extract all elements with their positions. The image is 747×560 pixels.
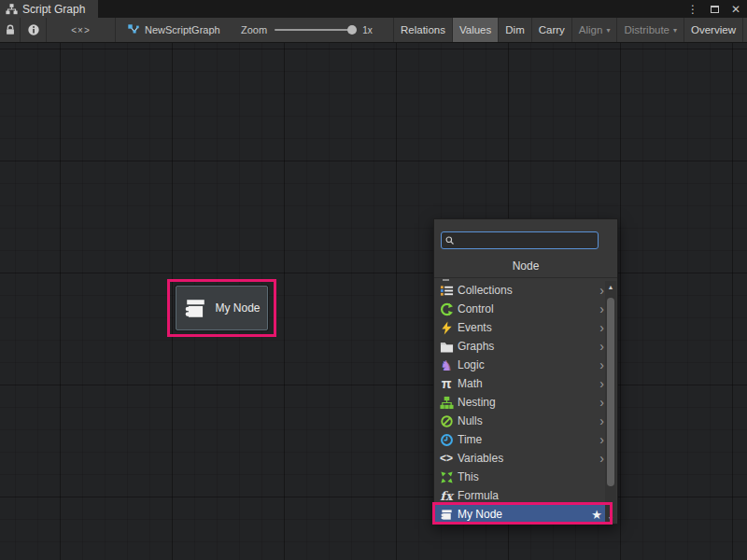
window-controls: ⋮ ✕ bbox=[685, 0, 743, 18]
lock-button[interactable] bbox=[0, 18, 21, 42]
zoom-label: Zoom bbox=[241, 24, 267, 35]
chevron-right-icon: › bbox=[599, 414, 604, 427]
caret-down-icon: ▾ bbox=[606, 26, 610, 35]
chevron-right-icon: › bbox=[599, 396, 604, 409]
lock-icon bbox=[4, 23, 17, 36]
graph-toolbar: <×> NewScriptGraph Zoom 1x Relations Val… bbox=[0, 18, 747, 43]
graph-canvas[interactable] bbox=[0, 43, 747, 560]
finder-item-math[interactable]: π Math › bbox=[434, 374, 611, 393]
finder-item-nesting[interactable]: Nesting › bbox=[434, 393, 611, 412]
tab-script-graph[interactable]: Script Graph bbox=[0, 0, 98, 18]
chevron-right-icon: › bbox=[599, 452, 604, 465]
zoom-slider-knob[interactable] bbox=[347, 25, 357, 35]
values-button[interactable]: Values bbox=[453, 18, 499, 42]
finder-item-time[interactable]: Time › bbox=[434, 430, 611, 449]
script-graph-asset-icon bbox=[127, 23, 140, 36]
chevron-right-icon: › bbox=[599, 302, 604, 315]
control-icon bbox=[439, 301, 454, 316]
full-screen-button[interactable]: Full S bbox=[743, 18, 747, 42]
carry-button[interactable]: Carry bbox=[532, 18, 572, 42]
chevron-right-icon: › bbox=[599, 377, 604, 390]
graphs-icon bbox=[439, 339, 454, 354]
zoom-value: 1x bbox=[362, 25, 373, 35]
hierarchy-graph-icon bbox=[6, 3, 18, 15]
math-icon: π bbox=[439, 376, 454, 391]
close-icon[interactable]: ✕ bbox=[728, 2, 743, 17]
graph-reference[interactable]: NewScriptGraph bbox=[127, 18, 220, 42]
finder-item-formula[interactable]: fx Formula bbox=[434, 486, 611, 505]
unit-icon bbox=[183, 296, 208, 321]
time-icon bbox=[439, 432, 454, 447]
dim-button[interactable]: Dim bbox=[499, 18, 531, 42]
logic-icon: ♞ bbox=[439, 357, 454, 372]
finder-item-logic[interactable]: ♞ Logic › bbox=[434, 356, 611, 374]
chevron-right-icon: › bbox=[599, 358, 604, 371]
zoom-control: Zoom 1x bbox=[241, 18, 373, 42]
info-icon bbox=[27, 23, 40, 36]
chevron-right-icon: › bbox=[599, 321, 604, 334]
node-title: My Node bbox=[215, 301, 260, 315]
graph-node-my-node[interactable]: My Node bbox=[176, 286, 268, 330]
finder-scrollbar[interactable]: ▲ ▼ bbox=[605, 281, 616, 524]
overview-button[interactable]: Overview bbox=[684, 18, 743, 42]
divider bbox=[434, 277, 617, 278]
script-graph-window: Script Graph ⋮ ✕ <×> bbox=[0, 0, 747, 560]
toolbar-buttons: Relations Values Dim Carry Align ▾ Distr… bbox=[393, 18, 747, 42]
scrollbar-thumb[interactable] bbox=[607, 298, 614, 486]
search-icon bbox=[444, 235, 455, 245]
code-preview-button[interactable]: <×> bbox=[47, 18, 116, 42]
finder-item-collections[interactable]: Collections › bbox=[434, 281, 611, 300]
relations-button[interactable]: Relations bbox=[394, 18, 453, 42]
variables-icon: <> bbox=[439, 451, 454, 466]
tab-label: Script Graph bbox=[22, 3, 85, 16]
chevron-right-icon: › bbox=[599, 284, 604, 297]
scroll-up-icon[interactable]: ▲ bbox=[605, 281, 616, 292]
fuzzy-finder-popup: Node Collections › bbox=[433, 218, 618, 525]
scroll-down-icon[interactable]: ▼ bbox=[605, 512, 616, 524]
zoom-slider[interactable] bbox=[275, 29, 355, 31]
formula-icon: fx bbox=[439, 488, 454, 503]
finder-item-variables[interactable]: <> Variables › bbox=[434, 449, 611, 468]
annotation-box-node: My Node bbox=[167, 279, 276, 337]
tab-bar: Script Graph ⋮ ✕ bbox=[0, 0, 747, 18]
finder-item-this[interactable]: This bbox=[434, 468, 611, 486]
chevron-right-icon: › bbox=[599, 340, 604, 353]
events-icon bbox=[439, 320, 454, 335]
kebab-menu-icon[interactable]: ⋮ bbox=[685, 2, 700, 17]
info-button[interactable] bbox=[21, 18, 47, 42]
distribute-dropdown-button[interactable]: Distribute ▾ bbox=[617, 18, 684, 42]
finder-item-my-node[interactable]: My Node ★ bbox=[434, 505, 611, 524]
favorite-star-icon[interactable]: ★ bbox=[591, 508, 602, 522]
search-input[interactable] bbox=[455, 233, 595, 247]
finder-header: Node bbox=[434, 259, 617, 273]
this-icon bbox=[439, 469, 454, 484]
caret-down-icon: ▾ bbox=[673, 26, 677, 35]
graph-name-label: NewScriptGraph bbox=[145, 24, 220, 35]
finder-item-events[interactable]: Events › bbox=[434, 318, 611, 337]
chevron-right-icon: › bbox=[599, 433, 604, 446]
unit-icon bbox=[439, 507, 454, 522]
collections-icon bbox=[439, 283, 454, 298]
code-toggle-icon: <×> bbox=[71, 25, 91, 35]
finder-item-nulls[interactable]: Nulls › bbox=[434, 412, 611, 430]
finder-item-graphs[interactable]: Graphs › bbox=[434, 337, 611, 356]
nesting-icon bbox=[439, 395, 454, 410]
nulls-icon bbox=[439, 413, 454, 428]
finder-list: Collections › Control › Events › bbox=[434, 281, 611, 524]
search-field[interactable] bbox=[441, 231, 599, 249]
finder-item-control[interactable]: Control › bbox=[434, 300, 611, 318]
maximize-icon[interactable] bbox=[707, 2, 722, 17]
align-dropdown-button[interactable]: Align ▾ bbox=[572, 18, 618, 42]
